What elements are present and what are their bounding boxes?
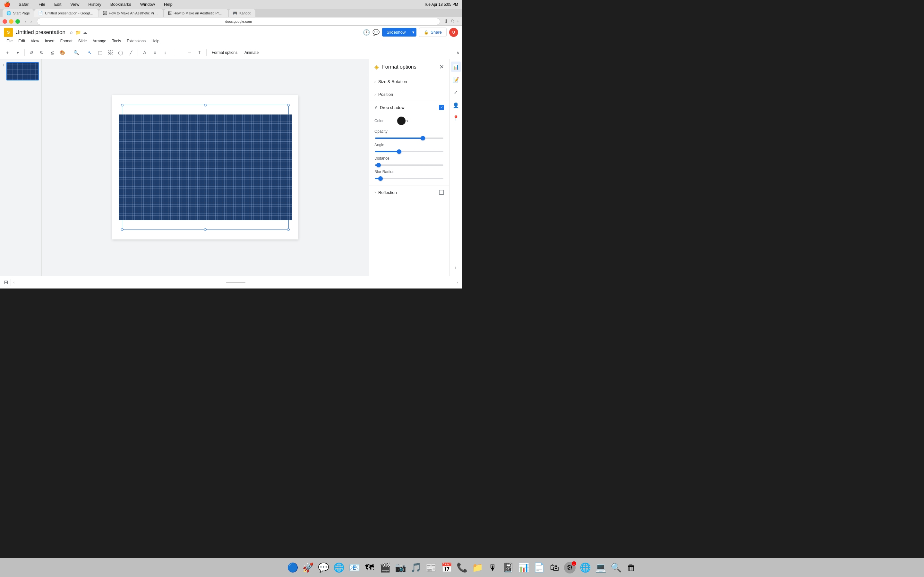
- opacity-slider-thumb[interactable]: [421, 136, 425, 140]
- right-icon-add[interactable]: +: [451, 263, 461, 273]
- star-icon[interactable]: ☆: [69, 30, 73, 35]
- fill-color-button[interactable]: A: [140, 48, 150, 57]
- address-bar[interactable]: docs.google.com: [37, 18, 440, 25]
- new-tab-icon[interactable]: +: [457, 18, 459, 24]
- menubar-safari[interactable]: Safari: [17, 1, 31, 7]
- right-icon-sheets[interactable]: 📊: [451, 61, 461, 72]
- distance-slider-container: [375, 164, 444, 166]
- format-panel-close-button[interactable]: ✕: [439, 63, 444, 71]
- browser-tabs: 🌐 Start Page 📄 Untitled presentation - G…: [0, 9, 462, 17]
- line-spacing-button[interactable]: ↕: [160, 48, 170, 57]
- tab-aesthetic1[interactable]: 🖼 How to Make An Aesthetic Presentation.…: [99, 9, 163, 17]
- window-minimize-button[interactable]: [9, 19, 13, 24]
- handle-bottom-left[interactable]: [121, 228, 124, 231]
- grid-view-icon[interactable]: ⊞: [4, 279, 8, 285]
- move-icon[interactable]: 📁: [75, 30, 81, 35]
- menu-tools[interactable]: Tools: [110, 38, 124, 44]
- animate-button[interactable]: Animate: [241, 49, 262, 56]
- handle-top[interactable]: [204, 104, 207, 106]
- window-close-button[interactable]: [3, 19, 7, 24]
- window-maximize-button[interactable]: [15, 19, 20, 24]
- format-section-size-header[interactable]: › Size & Rotation: [369, 75, 449, 88]
- undo-button[interactable]: ↺: [27, 48, 36, 57]
- menu-format[interactable]: Format: [58, 38, 75, 44]
- tab-kahoot[interactable]: 🎮 Kahoot!: [229, 9, 255, 17]
- slide-element[interactable]: [119, 114, 292, 220]
- slide-thumbnail-1[interactable]: [6, 62, 39, 81]
- shape-button[interactable]: ◯: [116, 48, 126, 57]
- menu-extensions[interactable]: Extensions: [124, 38, 148, 44]
- scroll-bar[interactable]: [226, 282, 246, 283]
- toolbar-collapse-button[interactable]: ∧: [456, 50, 459, 55]
- angle-slider-thumb[interactable]: [397, 149, 401, 154]
- handle-top-left[interactable]: [121, 104, 124, 106]
- user-avatar[interactable]: U: [449, 28, 458, 37]
- download-icon[interactable]: ⬇: [444, 18, 448, 24]
- select-button[interactable]: ↖: [85, 48, 95, 57]
- line-start-button[interactable]: —: [174, 48, 184, 57]
- drop-shadow-checkbox[interactable]: ✓: [439, 105, 444, 110]
- paint-format-button[interactable]: 🎨: [57, 48, 67, 57]
- tab-start-page[interactable]: 🌐 Start Page: [3, 9, 34, 17]
- menubar-help[interactable]: Help: [162, 1, 174, 7]
- history-icon[interactable]: 🕐: [363, 29, 370, 36]
- format-section-position-header[interactable]: › Position: [369, 88, 449, 101]
- distance-slider-thumb[interactable]: [376, 163, 381, 167]
- slideshow-dropdown-button[interactable]: ▾: [410, 28, 417, 37]
- menu-file[interactable]: File: [4, 38, 15, 44]
- blur-slider-thumb[interactable]: [378, 176, 383, 181]
- angle-slider-track: [375, 151, 443, 152]
- menubar-file[interactable]: File: [37, 1, 47, 7]
- text-box-button[interactable]: T: [195, 48, 204, 57]
- format-section-drop-shadow-header[interactable]: ∨ Drop shadow ✓: [369, 101, 449, 114]
- align-button[interactable]: ≡: [150, 48, 160, 57]
- forward-button[interactable]: ›: [29, 18, 33, 25]
- right-icon-contacts[interactable]: 👤: [451, 100, 461, 110]
- share-icon[interactable]: ⎙: [451, 18, 454, 24]
- canvas-area[interactable]: [42, 59, 369, 276]
- tab-aesthetic2[interactable]: 🖼 How to Make an Aesthetic Presentation …: [164, 9, 228, 17]
- menu-help[interactable]: Help: [149, 38, 162, 44]
- line-end-button[interactable]: →: [184, 48, 194, 57]
- menu-insert[interactable]: Insert: [42, 38, 57, 44]
- expand-panel-icon[interactable]: ›: [457, 280, 458, 285]
- redo-button[interactable]: ↻: [37, 48, 47, 57]
- menu-view[interactable]: View: [28, 38, 42, 44]
- print-button[interactable]: 🖨: [47, 48, 57, 57]
- share-button[interactable]: 🔒 Share: [419, 27, 447, 37]
- menubar-view[interactable]: View: [68, 1, 81, 7]
- color-swatch[interactable]: [397, 116, 406, 125]
- format-options-toolbar-button[interactable]: Format options: [208, 49, 241, 56]
- menubar-history[interactable]: History: [86, 1, 103, 7]
- image-button[interactable]: 🖼: [105, 48, 115, 57]
- comment-icon[interactable]: 💬: [373, 29, 380, 36]
- handle-bottom-right[interactable]: [287, 228, 290, 231]
- back-button[interactable]: ‹: [24, 18, 28, 25]
- handle-top-right[interactable]: [287, 104, 290, 106]
- reflection-checkbox[interactable]: [439, 190, 444, 195]
- color-dropdown-arrow[interactable]: ▾: [407, 119, 408, 123]
- menubar-edit[interactable]: Edit: [52, 1, 63, 7]
- line-button[interactable]: ╱: [126, 48, 136, 57]
- menubar-bookmarks[interactable]: Bookmarks: [108, 1, 133, 7]
- document-title[interactable]: Untitled presentation: [15, 29, 65, 35]
- right-icon-tasks[interactable]: ✓: [451, 87, 461, 97]
- format-section-reflection-header[interactable]: › Reflection: [369, 186, 449, 199]
- app-container: S Untitled presentation ☆ 📁 ☁ 🕐 💬 Slides…: [0, 26, 462, 288]
- menu-arrange[interactable]: Arrange: [90, 38, 109, 44]
- slideshow-button[interactable]: Slideshow: [382, 28, 410, 37]
- zoom-dropdown-button[interactable]: ▾: [13, 48, 23, 57]
- select-box-button[interactable]: ⬚: [95, 48, 105, 57]
- zoom-tool-button[interactable]: 🔍: [71, 48, 81, 57]
- right-icon-maps[interactable]: 📍: [451, 113, 461, 123]
- apple-menu[interactable]: 🍎: [4, 1, 10, 7]
- handle-bottom[interactable]: [204, 228, 207, 231]
- collapse-panel-icon[interactable]: ‹: [13, 280, 15, 285]
- cloud-icon[interactable]: ☁: [83, 30, 87, 35]
- menu-edit[interactable]: Edit: [16, 38, 27, 44]
- right-icon-notes[interactable]: 📝: [451, 74, 461, 85]
- zoom-in-button[interactable]: +: [3, 48, 12, 57]
- menu-slide[interactable]: Slide: [76, 38, 89, 44]
- menubar-window[interactable]: Window: [138, 1, 157, 7]
- tab-google-slides[interactable]: 📄 Untitled presentation - Google Slides: [34, 9, 99, 17]
